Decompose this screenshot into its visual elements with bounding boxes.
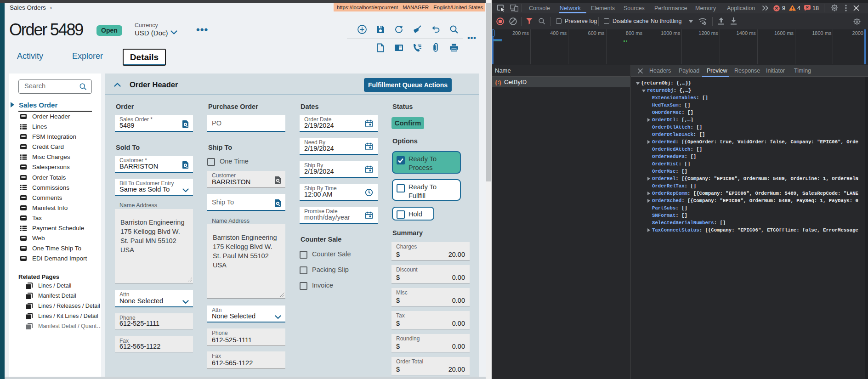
svg-text:{: { — [495, 79, 497, 85]
svg-text:}: } — [499, 79, 501, 85]
